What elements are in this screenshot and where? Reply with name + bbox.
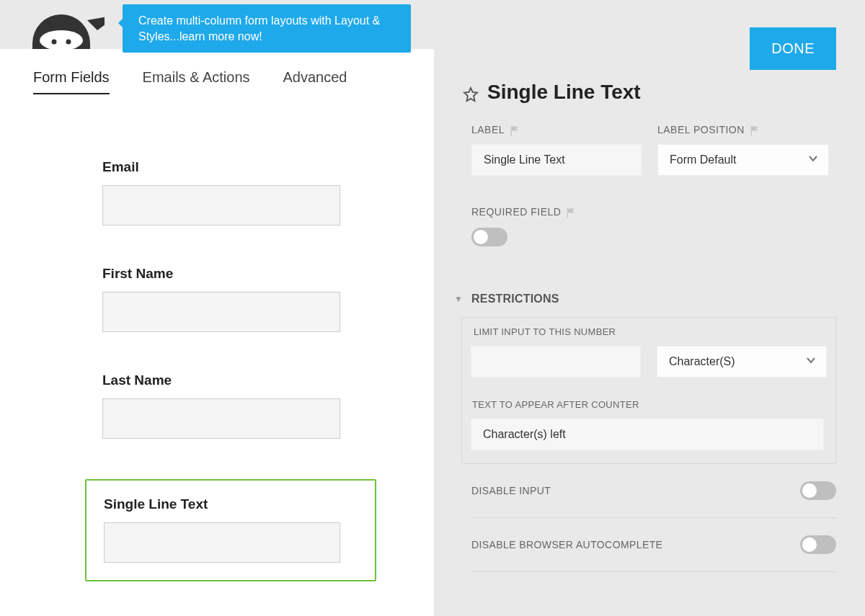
form-field-list: Email First Name Last Name Single Line T… [0,94,434,581]
disable-input-toggle[interactable] [800,481,836,500]
help-flag-icon[interactable] [510,126,518,133]
field-input-preview [102,292,340,332]
star-icon[interactable] [463,84,479,100]
promo-text: Create multi-column form layouts with La… [138,14,380,43]
disable-autocomplete-row: DISABLE BROWSER AUTOCOMPLETE [471,518,836,572]
help-flag-icon[interactable] [750,126,758,133]
label-position-caption: LABEL POSITION [657,124,745,135]
field-first-name[interactable]: First Name [102,266,362,332]
restrictions-header[interactable]: ▼ RESTRICTIONS [454,293,836,305]
limit-unit-select[interactable] [657,346,827,378]
label-setting: LABEL [471,124,642,176]
required-toggle[interactable] [471,228,507,246]
tab-advanced[interactable]: Advanced [283,69,347,94]
field-single-line-text[interactable]: Single Line Text [85,479,376,581]
counter-text-label: TEXT TO APPEAR AFTER COUNTER [472,399,827,410]
drawer-title: Single Line Text [463,81,836,104]
field-last-name[interactable]: Last Name [102,372,362,439]
required-field-setting: REQUIRED FIELD [471,206,836,246]
help-flag-icon[interactable] [567,208,574,215]
field-input-preview [104,522,340,563]
field-label: First Name [102,266,362,282]
ninja-logo [0,0,123,49]
tab-form-fields[interactable]: Form Fields [33,69,110,94]
label-input[interactable] [471,144,642,176]
required-caption: REQUIRED FIELD [471,206,561,218]
field-label: Email [102,159,362,175]
svg-point-1 [52,40,57,45]
label-position-select[interactable] [657,144,829,176]
disable-input-label: DISABLE INPUT [471,485,551,496]
field-email[interactable]: Email [102,159,362,226]
done-button[interactable]: DONE [750,27,836,70]
counter-text-input[interactable] [471,419,824,450]
caret-down-icon: ▼ [454,294,463,304]
label-caption: LABEL [471,124,505,135]
label-position-setting: LABEL POSITION [657,124,829,176]
limit-value-input[interactable] [471,346,641,378]
field-label: Single Line Text [104,496,358,512]
disable-input-row: DISABLE INPUT [471,464,836,518]
tab-emails-actions[interactable]: Emails & Actions [143,69,250,94]
restrictions-fieldset: LIMIT INPUT TO THIS NUMBER TEXT TO APPEA… [461,317,836,464]
svg-point-2 [66,40,71,45]
field-label: Last Name [102,372,362,388]
settings-drawer: DONE Single Line Text LABEL [434,0,865,616]
disable-autocomplete-label: DISABLE BROWSER AUTOCOMPLETE [471,539,662,550]
header-bar: Create multi-column form layouts with La… [0,0,434,49]
promo-banner[interactable]: Create multi-column form layouts with La… [123,4,411,53]
disable-autocomplete-toggle[interactable] [800,535,836,554]
field-input-preview [102,398,340,439]
field-input-preview [102,185,340,226]
tabs: Form Fields Emails & Actions Advanced [0,49,434,94]
limit-label: LIMIT INPUT TO THIS NUMBER [471,318,827,346]
